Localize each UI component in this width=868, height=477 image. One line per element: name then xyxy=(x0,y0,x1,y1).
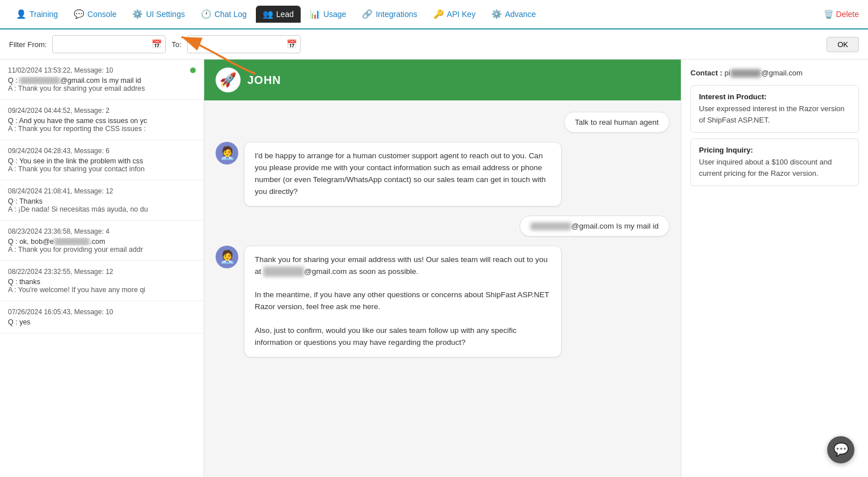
chat-item-q: Q : yes xyxy=(8,318,196,326)
right-panel: Contact : pi██████@gmail.com Interest in… xyxy=(681,60,868,477)
chat-item-time: 08/23/2024 23:36:58, Message: 4 xyxy=(8,227,109,235)
chat-header: 🚀 JOHN xyxy=(204,60,681,100)
main-layout: 11/02/2024 13:53:22, Message: 10 Q : ███… xyxy=(0,60,868,477)
filter-from-label: Filter From: xyxy=(9,40,47,49)
console-icon: 💬 xyxy=(74,9,85,19)
chat-log-icon: 🕐 xyxy=(201,9,212,19)
user-bubble: Talk to real human agent xyxy=(564,112,669,133)
nav-usage[interactable]: 📊 Usage xyxy=(303,6,353,23)
ui-settings-icon: ⚙️ xyxy=(132,9,143,19)
filter-to-wrap: 📅 xyxy=(187,35,301,53)
calendar-from-icon[interactable]: 📅 xyxy=(151,39,162,49)
chat-item-time: 08/24/2024 21:08:41, Message: 12 xyxy=(8,187,113,195)
nav-console[interactable]: 💬 Console xyxy=(67,6,123,23)
nav-chat-log[interactable]: 🕐 Chat Log xyxy=(194,6,254,23)
training-icon: 👤 xyxy=(16,9,27,19)
nav-training[interactable]: 👤 Training xyxy=(9,6,65,23)
delete-button[interactable]: 🗑️ Delete xyxy=(824,10,859,19)
chat-item-time: 07/26/2024 16:05:43, Message: 10 xyxy=(8,308,113,316)
chat-item-a: A : Thank you for sharing your contact i… xyxy=(8,165,196,173)
chat-item-q: Q : Thanks xyxy=(8,197,196,205)
nav-lead[interactable]: 👥 Lead xyxy=(256,6,301,23)
chat-item-q: Q : ok, bob@e███████.com xyxy=(8,238,196,246)
chat-fab-button[interactable]: 💬 xyxy=(827,436,854,463)
message-user: ████████@gmail.com Is my mail id xyxy=(216,216,669,237)
chat-main: 🚀 JOHN Talk to real human agent 🧑‍💼 I'd … xyxy=(204,60,681,477)
chat-item-time: 08/22/2024 23:32:55, Message: 12 xyxy=(8,268,113,276)
info-card-pricing: Pricing Inquiry: User inquired about a $… xyxy=(690,138,859,186)
chat-header-avatar: 🚀 xyxy=(216,67,241,92)
info-card-title: Pricing Inquiry: xyxy=(699,146,850,154)
chat-item-time: 11/02/2024 13:53:22, Message: 10 xyxy=(8,66,113,74)
chat-fab-icon: 💬 xyxy=(833,442,849,457)
list-item[interactable]: 09/24/2024 04:44:52, Message: 2 Q : And … xyxy=(0,100,204,140)
chat-item-q: Q : thanks xyxy=(8,278,196,286)
info-card-interest: Interest in Product: User expressed inte… xyxy=(690,85,859,133)
message-bot: 🧑‍💼 Thank you for sharing your email add… xyxy=(216,246,669,357)
usage-icon: 📊 xyxy=(310,9,321,19)
chat-messages: Talk to real human agent 🧑‍💼 I'd be happ… xyxy=(204,100,681,477)
list-item[interactable]: 09/24/2024 04:28:43, Message: 6 Q : You … xyxy=(0,140,204,180)
bot-avatar: 🧑‍💼 xyxy=(216,246,238,268)
filter-ok-button[interactable]: OK xyxy=(827,37,859,52)
info-card-text: User inquired about a $100 discount and … xyxy=(699,157,850,179)
chat-item-a: A : Thank you for providing your email a… xyxy=(8,246,196,254)
chat-header-name: JOHN xyxy=(247,74,281,87)
chat-item-q: Q : You see in the link the problem with… xyxy=(8,157,196,165)
filter-from-wrap: 📅 xyxy=(52,35,166,53)
list-item[interactable]: 11/02/2024 13:53:22, Message: 10 Q : ███… xyxy=(0,60,204,100)
bot-bubble: Thank you for sharing your email address… xyxy=(244,246,562,357)
list-item[interactable]: 07/26/2024 16:05:43, Message: 10 Q : yes xyxy=(0,301,204,334)
filter-to-label: To: xyxy=(171,40,181,49)
top-nav: 👤 Training 💬 Console ⚙️ UI Settings 🕐 Ch… xyxy=(0,0,868,29)
calendar-to-icon[interactable]: 📅 xyxy=(286,39,297,49)
message-bot: 🧑‍💼 I'd be happy to arrange for a human … xyxy=(216,142,669,206)
user-bubble: ████████@gmail.com Is my mail id xyxy=(520,216,669,237)
message-user: Talk to real human agent xyxy=(216,112,669,133)
bot-bubble: I'd be happy to arrange for a human cust… xyxy=(244,142,562,206)
lead-icon: 👥 xyxy=(263,9,273,19)
list-item[interactable]: 08/24/2024 21:08:41, Message: 12 Q : Tha… xyxy=(0,180,204,221)
active-dot xyxy=(190,67,196,73)
chat-item-a: A : ¡De nada! Si necesitas más ayuda, no… xyxy=(8,205,196,213)
info-card-text: User expressed interest in the Razor ver… xyxy=(699,103,850,125)
chat-item-a: A : Thank you for reporting the CSS issu… xyxy=(8,125,196,133)
list-item[interactable]: 08/23/2024 23:36:58, Message: 4 Q : ok, … xyxy=(0,221,204,261)
list-item[interactable]: 08/22/2024 23:32:55, Message: 12 Q : tha… xyxy=(0,261,204,301)
filter-bar: Filter From: 📅 To: 📅 OK xyxy=(0,29,868,60)
info-card-title: Interest in Product: xyxy=(699,92,850,101)
nav-api-key[interactable]: 🔑 API Key xyxy=(427,6,483,23)
integrations-icon: 🔗 xyxy=(362,9,373,19)
nav-integrations[interactable]: 🔗 Integrations xyxy=(355,6,424,23)
chat-item-q: Q : ████████@gmail.com Is my mail id xyxy=(8,77,196,85)
chat-item-q: Q : And you have the same css issues on … xyxy=(8,117,196,125)
chat-item-time: 09/24/2024 04:28:43, Message: 6 xyxy=(8,147,109,155)
nav-ui-settings[interactable]: ⚙️ UI Settings xyxy=(125,6,191,23)
delete-icon: 🗑️ xyxy=(824,10,833,19)
sidebar: 11/02/2024 13:53:22, Message: 10 Q : ███… xyxy=(0,60,204,477)
contact-line: Contact : pi██████@gmail.com xyxy=(690,69,859,77)
nav-advance[interactable]: ⚙️ Advance xyxy=(484,6,542,23)
advance-icon: ⚙️ xyxy=(491,9,502,19)
filter-from-input[interactable] xyxy=(52,35,166,53)
filter-to-input[interactable] xyxy=(187,35,301,53)
bot-avatar: 🧑‍💼 xyxy=(216,142,238,164)
chat-item-time: 09/24/2024 04:44:52, Message: 2 xyxy=(8,107,109,115)
chat-item-a: A : Thank you for sharing your email add… xyxy=(8,85,196,92)
chat-item-a: A : You're welcome! If you have any more… xyxy=(8,286,196,294)
api-key-icon: 🔑 xyxy=(433,9,444,19)
